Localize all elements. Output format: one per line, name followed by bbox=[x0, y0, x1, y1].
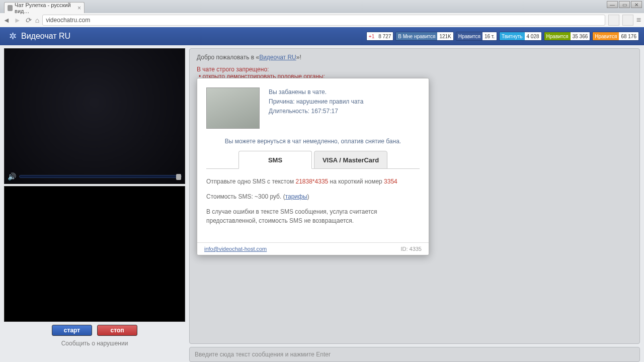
social-strip: +18 727 В Мне нравится121K Нравится16 т.… bbox=[366, 32, 639, 41]
tab-body-sms: Отправьте одно SMS с текстом 21838*4335 … bbox=[206, 168, 420, 237]
address-bar[interactable]: videochatru.com bbox=[42, 15, 605, 26]
stop-button[interactable]: стоп bbox=[97, 325, 137, 336]
app-body: 🔊 старт стоп Сообщить о нарушении Добро … bbox=[0, 45, 644, 362]
tab-card[interactable]: VISA / MasterCard bbox=[314, 151, 387, 169]
ban-line: Вы забанены в чате. bbox=[269, 87, 363, 97]
back-icon[interactable]: ◄ bbox=[3, 16, 10, 24]
ban-id: ID: 4335 bbox=[400, 246, 422, 252]
chat-input[interactable]: Введите сюда текст сообщения и нажмите E… bbox=[189, 347, 640, 362]
home-icon[interactable]: ⌂ bbox=[35, 16, 39, 24]
window-close-icon[interactable]: ✕ bbox=[631, 1, 642, 8]
extension-icons bbox=[608, 15, 633, 26]
sms-warning: В случае ошибки в тексте SMS сообщения, … bbox=[206, 207, 420, 225]
browser-tab[interactable]: Чат Рулетка - русский вид… × bbox=[4, 2, 85, 13]
ban-text: Вы забанены в чате. Причина: нарушение п… bbox=[269, 87, 363, 129]
window-controls: — ▭ ✕ bbox=[607, 1, 642, 8]
ban-snapshot bbox=[206, 87, 260, 129]
extension-icon[interactable] bbox=[622, 15, 633, 26]
welcome-text: Добро пожаловать в «Видеочат RU»! bbox=[197, 54, 632, 61]
right-column: Добро пожаловать в «Видеочат RU»! В чате… bbox=[189, 48, 640, 362]
support-email-link[interactable]: info@videochat-host.com bbox=[204, 246, 267, 252]
vk-button[interactable]: В Мне нравится121K bbox=[395, 32, 453, 41]
site-header: ✲ Видеочат RU +18 727 В Мне нравится121K… bbox=[0, 27, 644, 45]
favicon-icon bbox=[8, 5, 13, 11]
window-minimize-icon[interactable]: — bbox=[607, 1, 618, 8]
extension-icon[interactable] bbox=[608, 15, 619, 26]
ok-button[interactable]: Нравится35 366 bbox=[544, 32, 591, 41]
chat-input-placeholder: Введите сюда текст сообщения и нажмите E… bbox=[195, 351, 331, 358]
tab-close-icon[interactable]: × bbox=[77, 5, 81, 12]
controls-row: старт стоп bbox=[4, 325, 185, 336]
reload-icon[interactable]: ⟳ bbox=[25, 16, 31, 24]
nav-icons: ◄ ► ⟳ ⌂ bbox=[3, 16, 39, 24]
volume-row: 🔊 bbox=[8, 172, 182, 180]
slider-thumb-icon[interactable] bbox=[176, 174, 181, 180]
left-column: 🔊 старт стоп Сообщить о нарушении bbox=[4, 48, 185, 362]
start-button[interactable]: старт bbox=[52, 325, 92, 336]
rules-title: В чате строго запрещено: bbox=[197, 66, 632, 73]
ban-line: Причина: нарушение правил чата bbox=[269, 97, 363, 107]
site-title: Видеочат RU bbox=[21, 32, 70, 41]
fb-button[interactable]: Нравится16 т. bbox=[456, 32, 497, 41]
window-maximize-icon[interactable]: ▭ bbox=[619, 1, 630, 8]
welcome-link[interactable]: Видеочат RU bbox=[259, 54, 296, 61]
browser-chrome: Чат Рулетка - русский вид… × — ▭ ✕ ◄ ► ⟳… bbox=[0, 0, 644, 27]
volume-slider[interactable] bbox=[19, 175, 182, 178]
return-msg: Вы можете вернуться в чат немедленно, оп… bbox=[206, 138, 420, 145]
modal-footer: info@videochat-host.com ID: 4335 bbox=[197, 242, 429, 255]
stranger-video: 🔊 bbox=[4, 48, 185, 184]
gplus-button[interactable]: +18 727 bbox=[366, 32, 393, 41]
tab-strip: Чат Рулетка - русский вид… × — ▭ ✕ bbox=[0, 0, 644, 13]
self-video bbox=[4, 186, 185, 322]
tw-button[interactable]: Твитнуть4 028 bbox=[499, 32, 542, 41]
speaker-icon[interactable]: 🔊 bbox=[8, 172, 16, 180]
chat-area: Добро пожаловать в «Видеочат RU»! В чате… bbox=[189, 48, 640, 344]
tab-sms[interactable]: SMS bbox=[238, 151, 312, 169]
tab-title: Чат Рулетка - русский вид… bbox=[15, 2, 75, 14]
pay-tabs: SMS VISA / MasterCard bbox=[206, 151, 420, 169]
forward-icon[interactable]: ► bbox=[14, 16, 21, 24]
od-button[interactable]: Нравится68 176 bbox=[592, 32, 639, 41]
ban-modal: Вы забанены в чате. Причина: нарушение п… bbox=[197, 78, 429, 255]
ban-line: Длительность: 167:57:17 bbox=[269, 107, 363, 116]
logo-icon: ✲ bbox=[7, 31, 18, 42]
address-bar-row: ◄ ► ⟳ ⌂ videochatru.com ≡ bbox=[0, 13, 644, 27]
menu-icon[interactable]: ≡ bbox=[636, 16, 641, 25]
sms-instruction: Отправьте одно SMS с текстом 21838*4335 … bbox=[206, 177, 420, 186]
sms-cost: Стоимость SMS: ~300 руб. (тарифы) bbox=[206, 192, 420, 201]
report-link[interactable]: Сообщить о нарушении bbox=[4, 340, 185, 347]
tariffs-link[interactable]: тарифы bbox=[285, 193, 307, 200]
url-text: videochatru.com bbox=[46, 17, 90, 24]
